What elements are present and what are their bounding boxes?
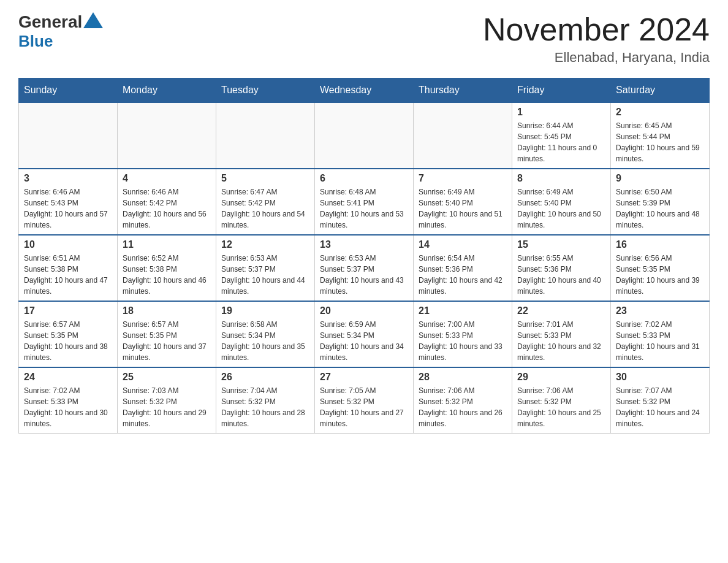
day-info: Sunrise: 7:06 AMSunset: 5:32 PMDaylight:… <box>517 385 605 429</box>
calendar-table: SundayMondayTuesdayWednesdayThursdayFrid… <box>18 78 710 434</box>
calendar-cell: 27Sunrise: 7:05 AMSunset: 5:32 PMDayligh… <box>315 367 414 434</box>
page-header: General Blue November 2024 Ellenabad, Ha… <box>18 12 710 66</box>
day-info: Sunrise: 7:01 AMSunset: 5:33 PMDaylight:… <box>517 319 605 363</box>
day-info: Sunrise: 6:57 AMSunset: 5:35 PMDaylight:… <box>123 319 211 363</box>
month-title: November 2024 <box>483 12 710 47</box>
day-info: Sunrise: 6:49 AMSunset: 5:40 PMDaylight:… <box>419 186 507 231</box>
calendar-cell: 7Sunrise: 6:49 AMSunset: 5:40 PMDaylight… <box>414 169 512 235</box>
calendar-cell <box>118 102 216 169</box>
calendar-week-row: 24Sunrise: 7:02 AMSunset: 5:33 PMDayligh… <box>19 367 710 434</box>
day-info: Sunrise: 6:45 AMSunset: 5:44 PMDaylight:… <box>616 120 704 164</box>
day-info: Sunrise: 7:05 AMSunset: 5:32 PMDaylight:… <box>320 385 408 429</box>
day-number: 16 <box>616 239 704 250</box>
weekday-header-wednesday: Wednesday <box>315 79 414 103</box>
day-number: 1 <box>517 107 605 118</box>
day-info: Sunrise: 6:49 AMSunset: 5:40 PMDaylight:… <box>517 186 605 231</box>
day-number: 9 <box>616 173 704 184</box>
day-number: 2 <box>616 107 704 118</box>
weekday-header-friday: Friday <box>512 79 611 103</box>
weekday-header-saturday: Saturday <box>611 79 710 103</box>
day-info: Sunrise: 7:02 AMSunset: 5:33 PMDaylight:… <box>616 319 704 363</box>
day-info: Sunrise: 6:57 AMSunset: 5:35 PMDaylight:… <box>24 319 112 363</box>
day-number: 14 <box>419 239 507 250</box>
day-info: Sunrise: 6:46 AMSunset: 5:43 PMDaylight:… <box>24 186 112 231</box>
calendar-cell: 1Sunrise: 6:44 AMSunset: 5:45 PMDaylight… <box>512 102 611 169</box>
svg-marker-0 <box>83 12 103 28</box>
day-number: 26 <box>221 372 309 383</box>
calendar-cell: 4Sunrise: 6:46 AMSunset: 5:42 PMDaylight… <box>118 169 216 235</box>
day-number: 10 <box>24 239 112 250</box>
day-info: Sunrise: 6:56 AMSunset: 5:35 PMDaylight:… <box>616 253 704 297</box>
day-info: Sunrise: 7:07 AMSunset: 5:32 PMDaylight:… <box>616 385 704 429</box>
logo-general-text: General <box>18 12 82 32</box>
calendar-cell: 13Sunrise: 6:53 AMSunset: 5:37 PMDayligh… <box>315 235 414 301</box>
calendar-cell: 11Sunrise: 6:52 AMSunset: 5:38 PMDayligh… <box>118 235 216 301</box>
day-number: 13 <box>320 239 408 250</box>
weekday-header-row: SundayMondayTuesdayWednesdayThursdayFrid… <box>19 79 710 103</box>
calendar-cell: 26Sunrise: 7:04 AMSunset: 5:32 PMDayligh… <box>216 367 315 434</box>
calendar-cell: 8Sunrise: 6:49 AMSunset: 5:40 PMDaylight… <box>512 169 611 235</box>
calendar-week-row: 3Sunrise: 6:46 AMSunset: 5:43 PMDaylight… <box>19 169 710 235</box>
day-number: 30 <box>616 372 704 383</box>
calendar-cell <box>414 102 512 169</box>
calendar-cell: 24Sunrise: 7:02 AMSunset: 5:33 PMDayligh… <box>19 367 118 434</box>
day-number: 18 <box>123 305 211 316</box>
day-number: 3 <box>24 173 112 184</box>
day-number: 4 <box>123 173 211 184</box>
weekday-header-tuesday: Tuesday <box>216 79 315 103</box>
calendar-cell: 22Sunrise: 7:01 AMSunset: 5:33 PMDayligh… <box>512 301 611 367</box>
day-info: Sunrise: 7:04 AMSunset: 5:32 PMDaylight:… <box>221 385 309 429</box>
calendar-cell: 9Sunrise: 6:50 AMSunset: 5:39 PMDaylight… <box>611 169 710 235</box>
calendar-week-row: 17Sunrise: 6:57 AMSunset: 5:35 PMDayligh… <box>19 301 710 367</box>
calendar-cell: 20Sunrise: 6:59 AMSunset: 5:34 PMDayligh… <box>315 301 414 367</box>
location-text: Ellenabad, Haryana, India <box>483 50 710 66</box>
day-info: Sunrise: 6:58 AMSunset: 5:34 PMDaylight:… <box>221 319 309 363</box>
calendar-cell: 25Sunrise: 7:03 AMSunset: 5:32 PMDayligh… <box>118 367 216 434</box>
day-number: 8 <box>517 173 605 184</box>
day-info: Sunrise: 6:47 AMSunset: 5:42 PMDaylight:… <box>221 186 309 231</box>
calendar-cell: 19Sunrise: 6:58 AMSunset: 5:34 PMDayligh… <box>216 301 315 367</box>
calendar-cell: 30Sunrise: 7:07 AMSunset: 5:32 PMDayligh… <box>611 367 710 434</box>
day-info: Sunrise: 7:02 AMSunset: 5:33 PMDaylight:… <box>24 385 112 429</box>
logo-blue-text: Blue <box>18 32 53 51</box>
calendar-cell: 29Sunrise: 7:06 AMSunset: 5:32 PMDayligh… <box>512 367 611 434</box>
day-number: 6 <box>320 173 408 184</box>
calendar-cell: 17Sunrise: 6:57 AMSunset: 5:35 PMDayligh… <box>19 301 118 367</box>
day-number: 27 <box>320 372 408 383</box>
weekday-header-sunday: Sunday <box>19 79 118 103</box>
day-info: Sunrise: 6:46 AMSunset: 5:42 PMDaylight:… <box>123 186 211 231</box>
calendar-cell: 2Sunrise: 6:45 AMSunset: 5:44 PMDaylight… <box>611 102 710 169</box>
calendar-cell: 14Sunrise: 6:54 AMSunset: 5:36 PMDayligh… <box>414 235 512 301</box>
day-number: 19 <box>221 305 309 316</box>
day-number: 21 <box>419 305 507 316</box>
calendar-cell: 10Sunrise: 6:51 AMSunset: 5:38 PMDayligh… <box>19 235 118 301</box>
day-number: 15 <box>517 239 605 250</box>
day-info: Sunrise: 6:51 AMSunset: 5:38 PMDaylight:… <box>24 253 112 297</box>
calendar-cell: 16Sunrise: 6:56 AMSunset: 5:35 PMDayligh… <box>611 235 710 301</box>
calendar-cell: 6Sunrise: 6:48 AMSunset: 5:41 PMDaylight… <box>315 169 414 235</box>
weekday-header-thursday: Thursday <box>414 79 512 103</box>
day-number: 23 <box>616 305 704 316</box>
day-info: Sunrise: 6:54 AMSunset: 5:36 PMDaylight:… <box>419 253 507 297</box>
day-number: 28 <box>419 372 507 383</box>
calendar-cell <box>216 102 315 169</box>
day-number: 22 <box>517 305 605 316</box>
logo-triangle-icon <box>82 10 104 32</box>
day-number: 20 <box>320 305 408 316</box>
day-number: 25 <box>123 372 211 383</box>
day-info: Sunrise: 6:59 AMSunset: 5:34 PMDaylight:… <box>320 319 408 363</box>
calendar-cell <box>315 102 414 169</box>
calendar-cell: 18Sunrise: 6:57 AMSunset: 5:35 PMDayligh… <box>118 301 216 367</box>
logo: General Blue <box>18 12 104 51</box>
day-number: 17 <box>24 305 112 316</box>
day-number: 29 <box>517 372 605 383</box>
day-number: 12 <box>221 239 309 250</box>
calendar-cell: 12Sunrise: 6:53 AMSunset: 5:37 PMDayligh… <box>216 235 315 301</box>
day-info: Sunrise: 6:55 AMSunset: 5:36 PMDaylight:… <box>517 253 605 297</box>
day-number: 7 <box>419 173 507 184</box>
calendar-cell: 28Sunrise: 7:06 AMSunset: 5:32 PMDayligh… <box>414 367 512 434</box>
weekday-header-monday: Monday <box>118 79 216 103</box>
day-number: 5 <box>221 173 309 184</box>
calendar-cell: 21Sunrise: 7:00 AMSunset: 5:33 PMDayligh… <box>414 301 512 367</box>
calendar-week-row: 1Sunrise: 6:44 AMSunset: 5:45 PMDaylight… <box>19 102 710 169</box>
